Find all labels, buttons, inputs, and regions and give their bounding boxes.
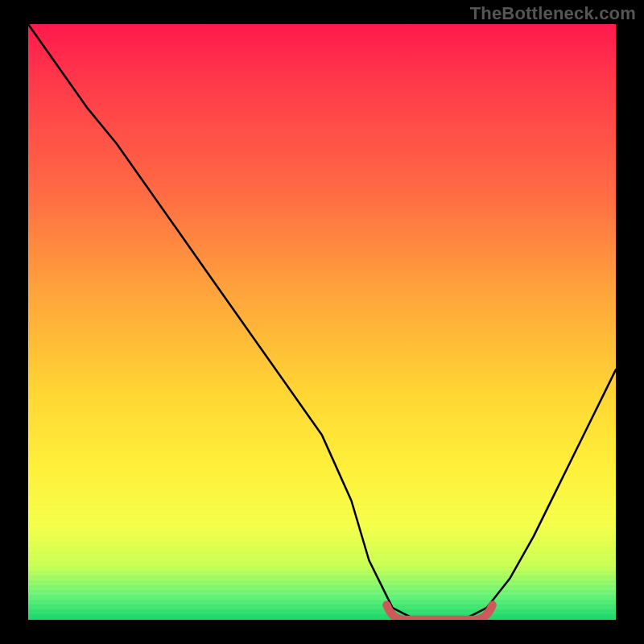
chart-frame: TheBottleneck.com [0,0,644,644]
curve-svg [28,24,616,620]
plot-area [28,24,616,620]
watermark-text: TheBottleneck.com [470,3,636,24]
bottleneck-curve [28,24,616,620]
